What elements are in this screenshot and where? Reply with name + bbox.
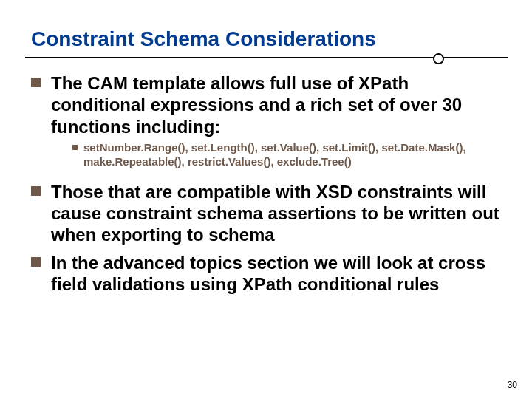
content-area: The CAM template allows full use of XPat…	[31, 72, 504, 301]
bullet-text: The CAM template allows full use of XPat…	[51, 72, 504, 137]
square-bullet-icon	[72, 145, 78, 150]
slide-title: Constraint Schema Considerations	[31, 27, 376, 51]
bullet-text: In the advanced topics section we will l…	[51, 252, 504, 296]
bullet-item: The CAM template allows full use of XPat…	[31, 72, 504, 137]
title-rule-ornament	[433, 53, 444, 64]
bullet-item: Those that are compatible with XSD const…	[31, 181, 504, 246]
sub-bullet-text: setNumber.Range(), set.Length(), set.Val…	[83, 140, 504, 169]
slide: Constraint Schema Considerations The CAM…	[0, 0, 532, 399]
sub-bullet-list: setNumber.Range(), set.Length(), set.Val…	[72, 140, 504, 169]
page-number: 30	[508, 380, 517, 390]
sub-bullet-item: setNumber.Range(), set.Length(), set.Val…	[72, 140, 504, 169]
bullet-text: Those that are compatible with XSD const…	[51, 181, 504, 246]
bullet-item: In the advanced topics section we will l…	[31, 252, 504, 296]
square-bullet-icon	[31, 186, 41, 196]
square-bullet-icon	[31, 257, 41, 267]
square-bullet-icon	[31, 78, 41, 87]
